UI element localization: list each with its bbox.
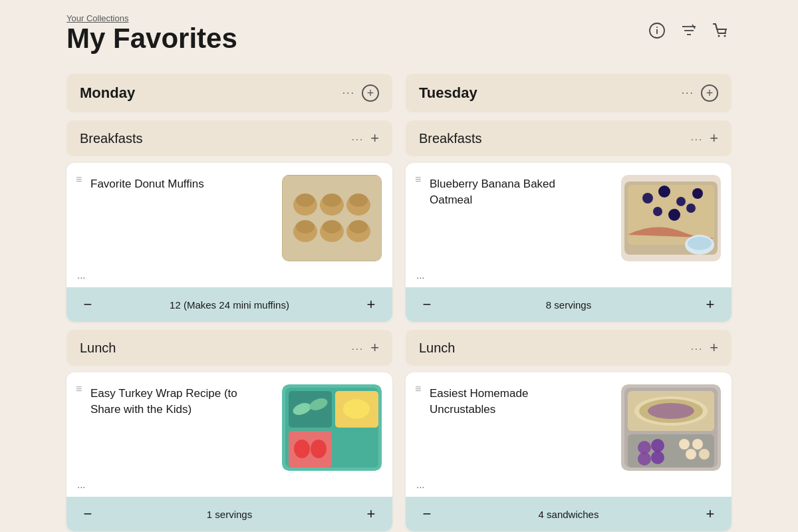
monday-donut-increase[interactable]: +	[362, 295, 380, 314]
tuesday-lunch-section: Lunch ··· +	[406, 330, 732, 366]
tuesday-title: Tuesday	[419, 84, 477, 102]
tuesday-uncrustables-decrease[interactable]: −	[418, 505, 436, 523]
monday-donut-servings-bar: − 12 (Makes 24 mini muffins) +	[66, 287, 392, 322]
svg-point-56	[651, 439, 664, 452]
tuesday-breakfasts-dots[interactable]: ···	[691, 133, 704, 144]
monday-column: Monday ··· + Breakfasts ··· + ≡	[66, 74, 392, 531]
svg-point-60	[692, 439, 703, 450]
tuesday-oatmeal-increase[interactable]: +	[701, 295, 720, 314]
tuesday-dots[interactable]: ···	[682, 87, 694, 99]
tuesday-oatmeal-servings-bar: − 8 servings +	[406, 287, 732, 322]
svg-point-33	[294, 440, 310, 458]
svg-point-43	[653, 207, 662, 216]
svg-point-40	[658, 186, 670, 198]
monday-header-actions: ··· +	[342, 84, 379, 102]
svg-point-9	[724, 35, 726, 37]
tuesday-uncrustables-image	[621, 384, 721, 471]
monday-wrap-decrease[interactable]: −	[78, 505, 97, 523]
svg-point-39	[642, 193, 653, 203]
svg-point-2	[656, 27, 658, 28]
tuesday-oatmeal-decrease[interactable]: −	[418, 295, 436, 314]
monday-header: Monday ··· +	[66, 74, 392, 112]
monday-dots[interactable]: ···	[342, 87, 355, 99]
monday-donut-card-body: ≡ Favorite Donut Muffins	[66, 163, 392, 267]
tuesday-oatmeal-title[interactable]: Blueberry Banana Baked Oatmeal	[416, 175, 584, 208]
svg-point-62	[699, 449, 710, 460]
tuesday-lunch-dots[interactable]: ···	[691, 342, 704, 354]
monday-lunch-add[interactable]: +	[370, 339, 379, 356]
svg-point-59	[679, 439, 690, 450]
cart-icon[interactable]	[710, 20, 732, 41]
monday-wrap-servings: 1 servings	[207, 509, 252, 520]
monday-breakfasts-label: Breakfasts	[80, 131, 142, 146]
tuesday-breakfasts-actions: ··· +	[691, 130, 718, 147]
monday-lunch-actions: ··· +	[352, 339, 379, 356]
svg-point-44	[668, 209, 680, 221]
main-grid: Monday ··· + Breakfasts ··· + ≡	[66, 74, 732, 531]
tuesday-uncrustables-menu[interactable]: ...	[406, 476, 732, 497]
svg-point-41	[676, 197, 686, 206]
tuesday-oatmeal-card-body: ≡ Blueberry Banana Baked Oatmeal	[406, 163, 732, 267]
svg-rect-10	[282, 175, 382, 261]
tuesday-breakfasts-add[interactable]: +	[710, 130, 718, 147]
tuesday-uncrustables-increase[interactable]: +	[701, 505, 720, 523]
breadcrumb[interactable]: Your Collections	[66, 13, 237, 23]
monday-add-button[interactable]: +	[362, 84, 379, 102]
tuesday-header: Tuesday ··· +	[406, 74, 732, 112]
info-icon[interactable]	[646, 20, 668, 41]
tuesday-uncrustables-drag[interactable]: ≡	[415, 383, 421, 395]
svg-point-47	[688, 237, 712, 250]
header: Your Collections My Favorites	[66, 13, 732, 54]
svg-point-57	[638, 452, 651, 466]
monday-donut-image	[282, 175, 382, 261]
monday-donut-card: ≡ Favorite Donut Muffins	[66, 163, 392, 322]
filter-icon[interactable]	[678, 20, 700, 41]
monday-breakfasts-dots[interactable]: ···	[352, 133, 364, 144]
tuesday-lunch-actions: ··· +	[691, 339, 718, 356]
monday-breakfasts-add[interactable]: +	[370, 130, 379, 147]
svg-point-21	[323, 220, 341, 233]
tuesday-lunch-label: Lunch	[419, 340, 456, 356]
svg-point-61	[686, 449, 696, 460]
svg-point-17	[349, 194, 368, 207]
monday-breakfasts-group: Breakfasts ··· + ≡ Favorite Donut Muffin…	[66, 120, 392, 322]
tuesday-column: Tuesday ··· + Breakfasts ··· + ≡	[406, 74, 732, 531]
svg-point-53	[648, 403, 694, 419]
tuesday-oatmeal-drag[interactable]: ≡	[415, 174, 421, 186]
tuesday-add-button[interactable]: +	[701, 84, 718, 102]
monday-breakfasts-section: Breakfasts ··· +	[66, 120, 392, 156]
svg-point-45	[686, 203, 696, 213]
monday-wrap-increase[interactable]: +	[362, 505, 380, 523]
svg-point-34	[311, 440, 327, 458]
monday-lunch-section: Lunch ··· +	[66, 330, 392, 366]
monday-lunch-dots[interactable]: ···	[352, 342, 364, 354]
tuesday-breakfasts-section: Breakfasts ··· +	[406, 120, 732, 156]
svg-point-15	[323, 194, 341, 207]
tuesday-uncrustables-servings: 4 sandwiches	[539, 509, 599, 520]
monday-wrap-menu[interactable]: ...	[66, 476, 392, 497]
svg-rect-35	[335, 431, 378, 467]
svg-point-8	[718, 35, 720, 37]
svg-point-23	[349, 220, 368, 233]
header-icons	[646, 13, 732, 41]
monday-wrap-drag[interactable]: ≡	[76, 383, 82, 395]
monday-donut-menu[interactable]: ...	[66, 267, 392, 287]
monday-lunch-label: Lunch	[80, 340, 116, 356]
tuesday-breakfasts-group: Breakfasts ··· + ≡ Blueberry Banana Bake…	[406, 120, 732, 322]
tuesday-lunch-group: Lunch ··· + ≡ Easiest Homemade Uncrustab…	[406, 330, 732, 531]
tuesday-breakfasts-label: Breakfasts	[419, 131, 481, 146]
svg-point-42	[692, 188, 703, 199]
tuesday-oatmeal-card: ≡ Blueberry Banana Baked Oatmeal	[406, 163, 732, 322]
tuesday-oatmeal-menu[interactable]: ...	[406, 267, 732, 287]
monday-donut-drag[interactable]: ≡	[76, 174, 82, 186]
monday-donut-title[interactable]: Favorite Donut Muffins	[77, 175, 204, 192]
tuesday-uncrustables-servings-bar: − 4 sandwiches +	[406, 497, 732, 531]
tuesday-lunch-add[interactable]: +	[710, 339, 718, 356]
monday-wrap-image	[282, 384, 382, 471]
monday-donut-decrease[interactable]: −	[78, 295, 97, 314]
monday-wrap-title[interactable]: Easy Turkey Wrap Recipe (to Share with t…	[77, 384, 245, 418]
svg-point-19	[296, 220, 315, 233]
page: Your Collections My Favorites	[0, 0, 798, 532]
tuesday-uncrustables-title[interactable]: Easiest Homemade Uncrustables	[416, 384, 584, 418]
tuesday-oatmeal-image	[621, 175, 721, 261]
